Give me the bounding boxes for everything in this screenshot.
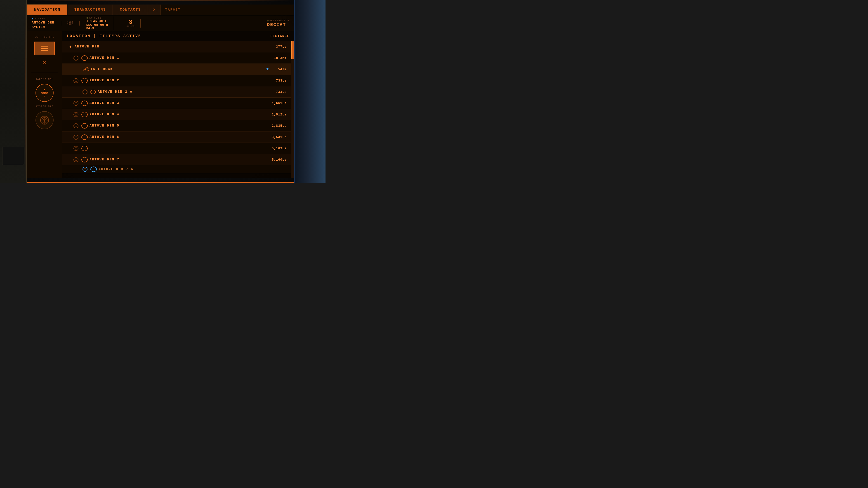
system-map-label: SYSTEM MAP bbox=[35, 105, 54, 108]
system-name-line1: ANTOVE DEN bbox=[32, 21, 54, 25]
svg-rect-2 bbox=[41, 50, 48, 51]
galaxy-map-button[interactable] bbox=[35, 84, 54, 102]
item-distance: 733Ls bbox=[269, 90, 287, 94]
svg-rect-0 bbox=[41, 46, 48, 46]
tab-target[interactable]: TARGET bbox=[160, 4, 294, 15]
item-distance: 1,661Ls bbox=[269, 101, 287, 105]
waypoint-section: ⚙ WAYPOINT TRIANGULI SECTOR UO-R B4-3 bbox=[86, 17, 114, 30]
galaxy-map-label: GALAXY MAP bbox=[35, 78, 54, 80]
waypoint-line3: B4-3 bbox=[86, 27, 108, 30]
svg-point-3 bbox=[43, 92, 45, 94]
list-item[interactable]: ANTOVE DEN 7 5,160Ls bbox=[62, 154, 291, 165]
scan-icon bbox=[83, 167, 88, 172]
item-distance: 547m bbox=[269, 68, 287, 71]
tab-transactions[interactable]: TRANSACTIONS bbox=[67, 4, 113, 15]
tab-navigation[interactable]: NAVIGATION bbox=[27, 4, 67, 15]
dock-indicator: ▼ bbox=[266, 67, 269, 71]
item-distance: 377Ls bbox=[269, 45, 287, 48]
tab-target-label: TARGET bbox=[165, 8, 181, 11]
system-map-icon bbox=[39, 115, 50, 126]
left-sidebar: SET FILTERS ✕ GALAXY MAP bbox=[27, 31, 62, 178]
list-item[interactable]: ANTOVE DEN 5 2,835Ls bbox=[62, 120, 291, 131]
jumps-count: 3 bbox=[129, 19, 133, 25]
system-map-button[interactable] bbox=[35, 111, 54, 129]
system-section: ▼ SYSTEM ANTOVE DEN SYSTEM bbox=[32, 17, 54, 29]
tab-transactions-label: TRANSACTIONS bbox=[74, 8, 106, 12]
set-filters-label: SET FILTERS bbox=[35, 36, 55, 38]
distance-label: DISTANCE bbox=[271, 34, 289, 38]
scrollbar[interactable] bbox=[291, 41, 294, 178]
sidebar-divider bbox=[31, 72, 58, 72]
list-icon bbox=[40, 44, 49, 53]
galaxy-map-icon bbox=[39, 87, 50, 98]
system-name-line2: SYSTEM bbox=[32, 25, 54, 29]
content-area: SET FILTERS ✕ GALAXY MAP bbox=[27, 31, 294, 178]
scan-icon bbox=[73, 123, 79, 128]
item-distance: 1,912Ls bbox=[269, 113, 287, 116]
scan-icon-dock bbox=[85, 67, 89, 71]
list-item[interactable]: ANTOVE DEN 7 A bbox=[62, 165, 291, 173]
item-name: ANTOVE DEN 1 bbox=[90, 56, 269, 60]
destination-name: DECIAT bbox=[267, 22, 289, 27]
item-name: ANTOVE DEN bbox=[74, 45, 269, 48]
destination-section: ⚙ DESTINATION DECIAT bbox=[267, 19, 289, 27]
scan-icon bbox=[73, 146, 79, 151]
item-name: ANTOVE DEN 2 bbox=[90, 78, 269, 83]
item-name: ANTOVE DEN 4 bbox=[90, 112, 269, 116]
scan-icon bbox=[73, 112, 79, 117]
item-name: ANTOVE DEN 6 bbox=[90, 135, 269, 139]
scan-icon bbox=[73, 157, 79, 162]
item-name: ANTOVE DEN 7 A bbox=[98, 167, 269, 171]
filter-button[interactable] bbox=[34, 41, 55, 55]
destination-label: DESTINATION bbox=[270, 20, 289, 22]
list-header: LOCATION | FILTERS ACTIVE DISTANCE bbox=[62, 31, 294, 41]
waypoint-line1: TRIANGULI bbox=[86, 20, 108, 23]
list-item[interactable]: ANTOVE DEN 2 733Ls bbox=[62, 75, 291, 86]
tab-arrow[interactable]: > bbox=[148, 4, 160, 15]
svg-rect-1 bbox=[41, 48, 48, 49]
list-item[interactable]: 5,163Ls bbox=[62, 143, 291, 154]
tab-contacts[interactable]: CONTACTS bbox=[113, 4, 148, 15]
item-name: ANTOVE DEN 3 bbox=[90, 101, 269, 105]
system-icon: ▼ bbox=[32, 17, 33, 20]
waypoint-line2: SECTOR UO-R bbox=[86, 23, 108, 27]
item-distance: 18.3Mm bbox=[269, 56, 287, 60]
star-icon: ✦ bbox=[69, 43, 72, 50]
list-item[interactable]: ✦ ANTOVE DEN 377Ls bbox=[62, 41, 291, 53]
list-item[interactable]: ANTOVE DEN 4 1,912Ls bbox=[62, 109, 291, 120]
list-item[interactable]: ANTOVE DEN 2 A 733Ls bbox=[62, 86, 291, 98]
list-items: ✦ ANTOVE DEN 377Ls ANTOVE DEN 1 18.3Mm bbox=[62, 41, 291, 178]
dock-icon-wrap: ↻ bbox=[83, 67, 89, 72]
scan-icon bbox=[73, 56, 79, 61]
item-name: TALL DOCK bbox=[90, 67, 265, 71]
list-item[interactable]: ANTOVE DEN 1 18.3Mm bbox=[62, 53, 291, 64]
jumps-section: 3 JUMPS bbox=[121, 19, 141, 28]
scan-icon bbox=[73, 135, 79, 140]
scan-icon bbox=[83, 90, 88, 94]
info-bar: ▼ SYSTEM ANTOVE DEN SYSTEM NEXT JUMP ⚙ W… bbox=[27, 15, 294, 31]
scan-icon bbox=[73, 101, 79, 106]
close-filter-button[interactable]: ✕ bbox=[34, 59, 55, 66]
item-distance: 3,531Ls bbox=[269, 135, 287, 139]
dest-icon: ⚙ bbox=[267, 19, 269, 22]
jumps-label: JUMPS bbox=[126, 25, 135, 28]
waypoint-icon: ⚙ bbox=[86, 17, 88, 20]
tab-contacts-label: CONTACTS bbox=[120, 8, 141, 12]
list-item[interactable]: ANTOVE DEN 3 1,661Ls bbox=[62, 98, 291, 109]
item-name: ANTOVE DEN 7 bbox=[90, 158, 269, 162]
waypoint-label: WAYPOINT bbox=[89, 17, 103, 19]
next-jump-section: NEXT JUMP bbox=[61, 21, 80, 26]
item-distance: 733Ls bbox=[269, 79, 287, 83]
scan-icon bbox=[73, 78, 79, 83]
tab-bar: NAVIGATION TRANSACTIONS CONTACTS > TARGE… bbox=[27, 4, 294, 15]
list-item[interactable]: ANTOVE DEN 6 3,531Ls bbox=[62, 131, 291, 143]
item-name: ANTOVE DEN 2 A bbox=[98, 90, 269, 94]
tab-navigation-label: NAVIGATION bbox=[34, 8, 60, 12]
list-item[interactable]: ↻ TALL DOCK ▼ 547m bbox=[62, 64, 291, 75]
item-name: ANTOVE DEN 5 bbox=[90, 124, 269, 128]
list-area: LOCATION | FILTERS ACTIVE DISTANCE ✦ ANT… bbox=[62, 31, 294, 178]
system-label: SYSTEM bbox=[34, 18, 45, 20]
scrollbar-thumb[interactable] bbox=[291, 41, 294, 59]
item-distance: 5,160Ls bbox=[269, 158, 287, 162]
list-title: LOCATION | FILTERS ACTIVE bbox=[67, 34, 141, 38]
